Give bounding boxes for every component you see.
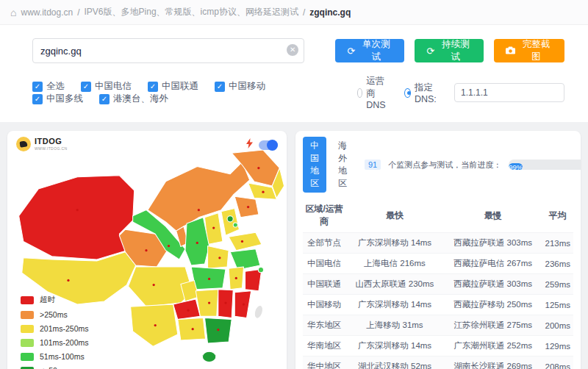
breadcrumb-separator: /: [303, 7, 305, 18]
progress-fill: 99%: [509, 163, 523, 170]
monitor-count-badge: 91: [365, 160, 381, 170]
line-type-checkboxes: ✓全选✓中国电信✓中国联通✓中国移动✓中国多线✓港澳台、海外: [32, 80, 332, 105]
region-cell: 中国联通: [303, 274, 345, 295]
slowest-cell: 西藏拉萨联通 303ms: [444, 233, 542, 254]
table-row: 华南地区广东深圳移动 14ms广东潮州联通 252ms129ms: [303, 336, 573, 357]
column-header: 最快: [345, 198, 444, 233]
map-toggle-switch[interactable]: [259, 140, 278, 150]
fastest-cell: 广东深圳移动 14ms: [345, 336, 444, 357]
monitor-text: 个监测点参与测试，当前进度：: [388, 160, 501, 171]
average-cell: 213ms: [542, 233, 573, 254]
province-shanghai: [258, 268, 263, 273]
column-header: 平均: [542, 198, 573, 233]
checkbox-label: 中国多线: [46, 93, 83, 105]
checkbox-line-type[interactable]: ✓全选: [32, 80, 65, 93]
average-cell: 236ms: [542, 254, 573, 274]
table-row: 华中地区湖北武汉移动 52ms湖南长沙联通 269ms208ms: [303, 357, 573, 369]
checkbox-label: 中国电信: [95, 80, 132, 93]
checkbox-line-type[interactable]: ✓中国移动: [215, 80, 265, 93]
single-test-button[interactable]: ⟳ 单次测试: [335, 39, 404, 62]
legend-row: 51ms-100ms: [21, 352, 89, 361]
province-hainan: [202, 351, 215, 362]
province-xinjiang: [19, 176, 135, 259]
slowest-cell: 西藏拉萨联通 303ms: [444, 274, 542, 295]
slowest-cell: 湖南长沙联通 269ms: [444, 357, 542, 369]
breadcrumb-target: zgqinc.gq: [309, 7, 351, 18]
checkbox-checked-icon: ✓: [99, 94, 110, 104]
progress-bar: 99%: [509, 160, 581, 170]
radio-icon: [404, 88, 411, 98]
checkbox-checked-icon: ✓: [32, 94, 43, 104]
dns-input[interactable]: [454, 83, 564, 102]
radio-isp-dns[interactable]: 运营商DNS: [357, 75, 390, 110]
checkbox-checked-icon: ✓: [81, 82, 91, 92]
column-header: 区域/运营商: [303, 198, 345, 233]
province-beijing: [227, 216, 233, 222]
province-shandong: [229, 232, 262, 250]
table-row: 中国联通山西太原联通 230ms西藏拉萨联通 303ms259ms: [303, 274, 573, 295]
tab-overseas-region[interactable]: 海外地区: [334, 137, 351, 193]
refresh-icon: ⟳: [347, 46, 355, 56]
average-cell: 259ms: [542, 274, 573, 295]
legend-label: <=50ms: [40, 366, 68, 369]
dog-logo-icon: [16, 137, 31, 151]
checkbox-checked-icon: ✓: [32, 82, 43, 92]
results-table: 区域/运营商最快最慢平均 全部节点广东深圳移动 14ms西藏拉萨联通 303ms…: [303, 198, 573, 369]
region-cell: 中国电信: [303, 254, 345, 274]
region-cell: 中国移动: [303, 295, 345, 315]
checkbox-line-type[interactable]: ✓港澳台、海外: [99, 93, 168, 105]
continuous-test-button[interactable]: ⟳ 持续测试: [415, 39, 484, 62]
checkbox-checked-icon: ✓: [215, 82, 225, 92]
fastest-cell: 湖北武汉移动 52ms: [345, 357, 444, 369]
table-row: 华东地区上海移动 31ms江苏徐州联通 275ms200ms: [303, 315, 573, 336]
legend-row: 101ms-200ms: [21, 338, 89, 347]
slowest-cell: 江苏徐州联通 275ms: [444, 315, 542, 336]
checkbox-label: 中国移动: [229, 80, 265, 93]
fastest-cell: 上海移动 31ms: [345, 315, 444, 336]
region-cell: 华中地区: [303, 357, 345, 369]
province-zhejiang: [245, 269, 262, 291]
table-header-row: 区域/运营商最快最慢平均: [303, 198, 573, 233]
checkbox-checked-icon: ✓: [148, 82, 158, 92]
breadcrumb-separator: /: [77, 7, 79, 18]
slowest-cell: 广东潮州联通 252ms: [444, 336, 542, 357]
average-cell: 129ms: [542, 336, 573, 357]
slowest-cell: 西藏拉萨电信 267ms: [444, 254, 542, 274]
province-jiangsu: [230, 249, 260, 271]
checkbox-line-type[interactable]: ✓中国电信: [81, 80, 132, 93]
legend-color-chip: [21, 367, 34, 369]
legend-row: <=50ms: [21, 366, 89, 369]
logo-subtitle: WWW.ITDOG.CN: [35, 147, 68, 151]
legend-row: 201ms-250ms: [21, 324, 89, 333]
province-taiwan: [253, 304, 264, 320]
full-screenshot-button[interactable]: 完整截图: [494, 39, 564, 62]
region-cell: 华东地区: [303, 315, 345, 336]
average-cell: 200ms: [542, 315, 573, 336]
latency-legend: 超时>250ms201ms-250ms101ms-200ms51ms-100ms…: [21, 290, 89, 369]
province-liaoning: [234, 196, 259, 218]
breadcrumb-site[interactable]: www.itdog.cn: [21, 7, 73, 18]
tab-china-region[interactable]: 中国地区: [303, 137, 326, 193]
host-input[interactable]: [32, 38, 304, 63]
table-row: 中国电信上海电信 216ms西藏拉萨电信 267ms236ms: [303, 254, 573, 274]
table-row: 全部节点广东深圳移动 14ms西藏拉萨联通 303ms213ms: [303, 233, 573, 254]
test-form: ✕ ⟳ 单次测试 ⟳ 持续测试 完整截图 ✓全选✓中国电信✓中国联通✓中国移动✓…: [0, 25, 588, 122]
checkbox-label: 港澳台、海外: [113, 93, 168, 105]
legend-color-chip: [21, 296, 34, 304]
home-icon[interactable]: ⌂: [10, 7, 16, 18]
table-row: 中国移动广东深圳移动 14ms西藏拉萨移动 250ms125ms: [303, 295, 573, 315]
radio-custom-dns[interactable]: 指定DNS:: [404, 82, 440, 104]
breadcrumb-path[interactable]: IPV6版、多地Ping、常规版、icmp协议、网络延迟测试: [85, 6, 298, 18]
camera-icon: [506, 46, 515, 56]
legend-color-chip: [21, 311, 34, 319]
checkbox-line-type[interactable]: ✓中国联通: [148, 80, 198, 93]
checkbox-label: 全选: [46, 80, 65, 93]
average-cell: 125ms: [542, 295, 573, 315]
logo-title: ITDOG: [35, 137, 68, 146]
legend-label: 101ms-200ms: [40, 338, 89, 347]
refresh-icon: ⟳: [426, 46, 434, 56]
checkbox-line-type[interactable]: ✓中国多线: [32, 93, 83, 105]
column-header: 最慢: [444, 198, 542, 233]
lightning-icon[interactable]: [246, 138, 253, 151]
itdog-logo[interactable]: ITDOG WWW.ITDOG.CN: [16, 137, 68, 151]
